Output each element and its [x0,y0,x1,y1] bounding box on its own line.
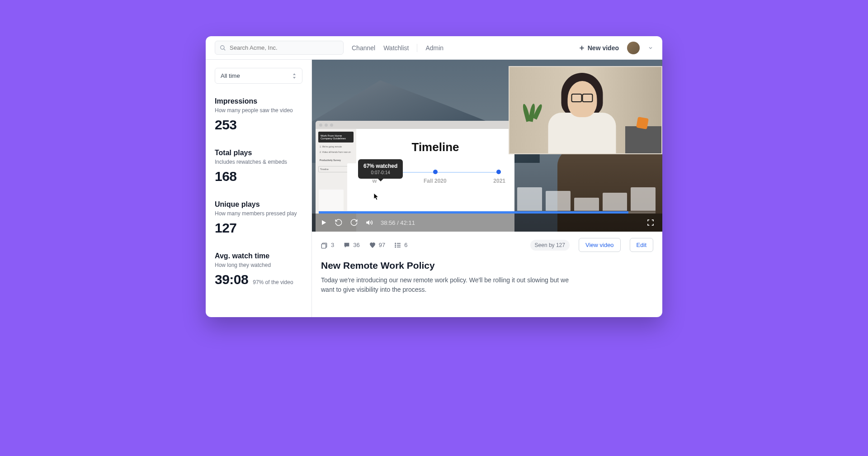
sidebar: All time Impressions How many people saw… [206,60,312,317]
fullscreen-icon[interactable] [647,219,654,226]
list-count[interactable]: 6 [394,242,407,249]
slide-list-item: Productivity Survey [318,158,354,162]
chapters-icon [321,242,328,249]
list-icon [394,242,401,249]
rewind-15-icon[interactable] [335,218,343,227]
search-input[interactable] [230,44,339,51]
stat-title: Unique plays [215,200,302,209]
video-player[interactable]: Work From Home Company Guidelines 1. We'… [312,60,662,232]
video-controls: 38:56 / 42:11 [312,214,662,232]
likes-count[interactable]: 97 [369,242,385,249]
edit-button[interactable]: Edit [630,238,653,252]
plus-icon [579,45,585,51]
main: Work From Home Company Guidelines 1. We'… [312,60,662,317]
app-window: Channel Watchlist Admin New video All ti… [206,36,662,317]
topbar: Channel Watchlist Admin New video [206,36,662,60]
slide-list-item: 1. We're going remote [318,144,354,149]
stat-title: Impressions [215,97,302,105]
stat-value: 168 [215,169,302,184]
new-video-button[interactable]: New video [579,44,619,52]
play-icon[interactable] [320,219,327,226]
comments-value: 36 [353,242,359,248]
comment-icon [343,242,350,249]
stat-sub: How many members pressed play [215,210,302,217]
chapters-value: 3 [331,242,334,248]
svg-point-9 [395,243,396,243]
comments-count[interactable]: 36 [343,242,359,249]
stat-unique-plays: Unique plays How many members pressed pl… [206,200,311,236]
new-video-label: New video [588,44,619,52]
stat-total-plays: Total plays Includes rewatches & embeds … [206,149,311,184]
likes-value: 97 [379,242,385,248]
svg-point-10 [395,245,396,245]
stat-value: 127 [215,220,302,236]
sort-icon [292,73,297,79]
stat-title: Avg. watch time [215,252,302,260]
forward-15-icon[interactable] [350,218,358,227]
heatmap-tooltip: 67% watched 0:07-0:14 [358,159,403,179]
nav: Channel Watchlist Admin [352,44,443,52]
stat-sub: How long they watched [215,262,302,268]
stat-value: 253 [215,117,302,133]
view-video-button[interactable]: View video [579,238,621,252]
list-value: 6 [404,242,407,248]
svg-rect-5 [321,244,326,248]
slide-title: Timeline [370,140,501,154]
tooltip-range: 0:07-0:14 [363,170,397,175]
meta-row: 3 36 97 6 Seen by 127 View video Edit [312,232,662,258]
window-traffic-lights [316,121,514,129]
seen-by-badge: Seen by 127 [530,240,570,251]
tooltip-percent: 67% watched [363,163,397,169]
avatar[interactable] [627,42,640,54]
video-time: 38:56 / 42:11 [381,219,415,226]
presenter-pip [509,66,662,154]
time-filter-label: All time [221,72,240,79]
svg-point-0 [221,45,224,49]
stat-avg-watch: Avg. watch time How long they watched 39… [206,252,311,287]
search-icon [220,45,226,51]
title-block: New Remote Work Policy Today we're intro… [312,258,662,304]
slide-sidebar-title: Work From Home Company Guidelines [318,132,354,142]
volume-icon[interactable] [365,218,373,227]
search-input-wrap[interactable] [215,41,344,55]
video-title: New Remote Work Policy [321,260,653,271]
stat-title: Total plays [215,149,302,157]
video-description: Today we're introducing our new remote w… [321,276,574,294]
stat-suffix: 97% of the video [253,279,293,285]
chevron-down-icon[interactable] [648,45,653,51]
nav-watchlist[interactable]: Watchlist [383,44,409,52]
nav-admin[interactable]: Admin [425,44,443,52]
stat-sub: Includes rewatches & embeds [215,159,302,165]
body: All time Impressions How many people saw… [206,60,662,317]
slide-list-item: 2. Video all-hands from now on [318,150,354,154]
stat-value: 39:08 [215,272,248,287]
chapters-count[interactable]: 3 [321,242,334,249]
svg-point-11 [395,247,396,247]
stat-impressions: Impressions How many people saw the vide… [206,97,311,133]
cursor-icon [373,193,380,201]
stat-sub: How many people saw the video [215,107,302,114]
time-filter-select[interactable]: All time [215,68,302,84]
nav-divider [417,44,417,52]
svg-line-1 [224,48,226,50]
nav-channel[interactable]: Channel [352,44,375,52]
heart-icon [369,242,376,249]
